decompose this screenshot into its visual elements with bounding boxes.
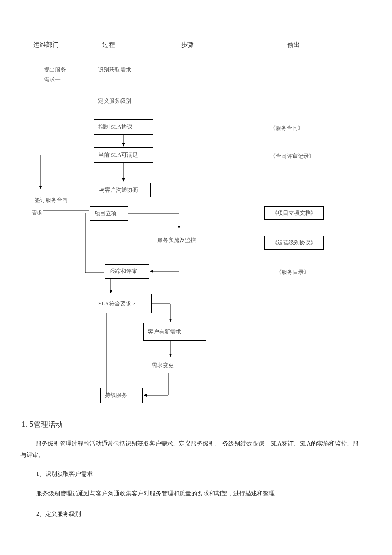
implement-monitor-box: 服务实施及监控 bbox=[153, 230, 206, 250]
continue-service-label: 持续服务 bbox=[105, 391, 127, 399]
implement-monitor-label: 服务实施及监控 bbox=[157, 236, 196, 244]
sla-meets-label: SLA符合要求？ bbox=[98, 300, 137, 308]
para-intro-a: 服务级别管理过程的活动通常包括识别获取客户需求、定义服务级别、 务级别绩效跟踪 bbox=[36, 440, 264, 447]
output-ops-level-label: 《运营级别协议》 bbox=[272, 239, 316, 247]
track-review-box: 跟踪和评审 bbox=[105, 264, 149, 279]
section-title: 1. 5管理活动 bbox=[21, 420, 63, 429]
sla-satisfy-box: 当前 SLA可满足 bbox=[94, 147, 153, 163]
output-project-doc-label: 《项目立项文档》 bbox=[272, 209, 316, 217]
output-ops-level-box: 《运营级别协议》 bbox=[264, 236, 324, 250]
submit-service-text: 提出服务 bbox=[44, 66, 66, 74]
header-dept: 运维部门 bbox=[33, 41, 59, 49]
sign-contract-line1: 签订服务合同 bbox=[35, 196, 68, 204]
sla-satisfy-label: 当前 SLA可满足 bbox=[98, 151, 138, 159]
flowchart-connectors bbox=[0, 0, 392, 426]
output-contract-review: 《合同评审记录》 bbox=[270, 152, 314, 160]
output-service-catalog: 《服务目录》 bbox=[276, 268, 309, 276]
communicate-box: 与客户沟通协商 bbox=[95, 183, 151, 197]
project-init-label: 项目立项 bbox=[95, 210, 117, 217]
track-review-label: 跟踪和评审 bbox=[110, 267, 137, 275]
section-title-text: 管理活动 bbox=[34, 420, 63, 428]
draft-sla-label: 拟制 SLA协议 bbox=[98, 123, 133, 131]
communicate-label: 与客户沟通协商 bbox=[99, 186, 138, 194]
para-intro-b: SLA签订、SLA的实施和监控、服 bbox=[271, 440, 359, 447]
demand-change-box: 需求变更 bbox=[147, 358, 192, 373]
output-service-contract: 《服务合同》 bbox=[270, 124, 303, 132]
item1-desc: 服务级别管理员通过与客户沟通收集客户对服务管理和质量的要求和期望，进行描述和整理 bbox=[36, 488, 275, 500]
header-step: 步骤 bbox=[181, 41, 194, 49]
para-intro: 服务级别管理过程的活动通常包括识别获取客户需求、定义服务级别、 务级别绩效跟踪 … bbox=[20, 438, 378, 461]
sla-meets-box: SLA符合要求？ bbox=[94, 294, 152, 313]
new-demand-box: 客户有新需求 bbox=[143, 323, 206, 341]
header-process: 过程 bbox=[102, 41, 115, 49]
item2: 2、定义服务级别 bbox=[36, 509, 81, 520]
continue-service-box: 持续服务 bbox=[100, 388, 143, 403]
draft-sla-box: 拟制 SLA协议 bbox=[94, 119, 153, 135]
demand-change-label: 需求变更 bbox=[152, 362, 174, 369]
new-demand-label: 客户有新需求 bbox=[148, 328, 181, 336]
para-intro-c: 与评审。 bbox=[20, 452, 44, 458]
define-level-text: 定义服务级别 bbox=[98, 97, 131, 105]
section-num: 1. 5 bbox=[21, 420, 34, 428]
identify-text: 识别获取需求 bbox=[98, 66, 131, 74]
project-init-box: 项目立项 bbox=[90, 206, 128, 221]
sign-contract-box: 签订服务合同 bbox=[30, 190, 80, 210]
demand-text: 需求 bbox=[31, 209, 42, 216]
demand-one-text: 需求一 bbox=[44, 76, 61, 83]
header-output: 输出 bbox=[287, 41, 300, 49]
item1: 1、识别获取客户需求 bbox=[36, 469, 93, 480]
output-project-doc-box: 《项目立项文档》 bbox=[264, 206, 324, 220]
